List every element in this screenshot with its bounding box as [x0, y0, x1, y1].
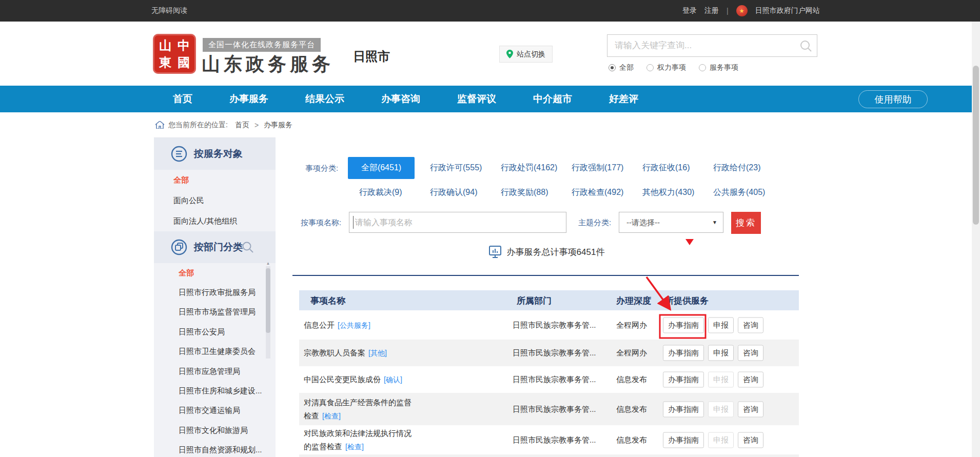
sidebar-header-title: 按部门分类	[194, 241, 243, 254]
site-header: 山 中 東 國 全国一体化在线政务服务平台 山东政务服务 日照市 站点切换 全部…	[0, 22, 980, 86]
sidebar-item-legal-persons[interactable]: 面向法人/其他组织	[154, 211, 276, 231]
help-button[interactable]: 使用帮助	[858, 90, 928, 108]
category-levy[interactable]: 行政征收(16)	[642, 163, 713, 173]
dept-item-all[interactable]: 全部	[154, 263, 276, 283]
item-tag-link[interactable]: [检查]	[322, 412, 341, 420]
topbar-right-group: 登录 注册 | ★ 日照市政府门户网站	[682, 0, 820, 22]
guide-button[interactable]: 办事指南	[663, 317, 704, 333]
category-all[interactable]: 全部(6451)	[359, 157, 430, 179]
item-name-link[interactable]: 宗教教职人员备案	[304, 348, 365, 357]
platform-tagline: 全国一体化在线政务服务平台	[203, 38, 321, 52]
radio-label: 全部	[619, 63, 634, 72]
search-button[interactable]: 搜索	[731, 212, 761, 234]
guide-button[interactable]: 办事指南	[663, 345, 704, 361]
category-row-2: 行政裁决(9) 行政确认(94) 行政奖励(88) 行政检查(492) 其他权力…	[359, 187, 784, 198]
nav-item-services[interactable]: 办事服务	[229, 92, 268, 106]
radio-service-items[interactable]: 服务事项	[699, 63, 738, 72]
breadcrumb-prefix: 您当前所在的位置:	[168, 121, 228, 130]
item-name-link[interactable]: 中国公民变更民族成份	[304, 375, 381, 384]
consult-button[interactable]: 咨询	[738, 372, 763, 388]
guide-button[interactable]: 办事指南	[663, 372, 704, 388]
consult-button[interactable]: 咨询	[738, 401, 763, 417]
nav-item-results[interactable]: 结果公示	[305, 92, 344, 106]
search-scope-options: 全部 权力事项 服务事项	[609, 63, 738, 72]
apply-button[interactable]: 申报	[708, 345, 734, 361]
dept-item[interactable]: 日照市公安局	[154, 322, 276, 342]
service-buttons: 办事指南 申报 咨询	[663, 372, 763, 388]
category-license[interactable]: 行政许可(555)	[430, 163, 501, 173]
sidebar-item-all-objects[interactable]: 全部	[154, 170, 276, 190]
category-coercion[interactable]: 行政强制(177)	[572, 163, 642, 173]
category-other-power[interactable]: 其他权力(430)	[642, 187, 713, 198]
register-link[interactable]: 注册	[704, 6, 719, 15]
item-name-input[interactable]	[349, 212, 566, 232]
nav-item-home[interactable]: 首页	[173, 92, 192, 106]
apply-button-disabled: 申报	[708, 372, 734, 388]
accessibility-link[interactable]: 无障碍阅读	[151, 6, 187, 15]
breadcrumb-home-link[interactable]: 首页	[235, 121, 249, 130]
page-scrollbar-thumb[interactable]	[973, 66, 979, 225]
item-department: 日照市民族宗教事务管...	[513, 404, 596, 414]
chart-monitor-icon	[488, 245, 502, 259]
category-public-service[interactable]: 公共服务(405)	[713, 187, 784, 198]
left-sidebar: 按服务对象 全部 面向公民 面向法人/其他组织 按部门分类 全部 日照市行政审批…	[154, 137, 276, 457]
consult-button[interactable]: 咨询	[738, 432, 763, 448]
category-confirmation[interactable]: 行政确认(94)	[430, 187, 501, 198]
radio-power-items[interactable]: 权力事项	[646, 63, 686, 72]
radio-all[interactable]: 全部	[609, 63, 634, 72]
topic-select[interactable]: --请选择-- ▼	[619, 212, 723, 233]
consult-button[interactable]: 咨询	[738, 317, 763, 333]
item-tag-link[interactable]: [确认]	[384, 375, 402, 384]
item-department: 日照市民族宗教事务管...	[513, 375, 596, 385]
nav-item-consult[interactable]: 办事咨询	[381, 92, 420, 106]
dept-item[interactable]: 日照市文化和旅游局	[154, 421, 276, 440]
item-tag-link[interactable]: [其他]	[368, 349, 387, 357]
category-payment[interactable]: 行政给付(23)	[713, 163, 784, 173]
guide-button[interactable]: 办事指南	[663, 432, 704, 448]
nav-item-rating[interactable]: 好差评	[609, 92, 638, 106]
top-utility-bar: 无障碍阅读 登录 注册 | ★ 日照市政府门户网站	[0, 0, 980, 22]
apply-button[interactable]: 申报	[708, 317, 734, 333]
dept-item[interactable]: 日照市住房和城乡建设...	[154, 381, 276, 401]
login-link[interactable]: 登录	[682, 6, 697, 15]
dept-item[interactable]: 日照市市场监督管理局	[154, 303, 276, 322]
keyword-search-input[interactable]	[607, 35, 817, 56]
breadcrumb: 您当前所在的位置: 首页 > 办事服务	[0, 112, 980, 137]
item-name-link[interactable]: 对清真食品生产经营条件的监督检查	[304, 398, 411, 420]
item-name-cell: 中国公民变更民族成份[确认]	[304, 373, 416, 386]
sidebar-header-title: 按服务对象	[194, 147, 243, 161]
item-tag-link[interactable]: [公共服务]	[338, 321, 370, 329]
dept-item[interactable]: 日照市自然资源和规划...	[154, 441, 276, 457]
item-tag-link[interactable]: [检查]	[345, 443, 364, 451]
guide-button[interactable]: 办事指南	[663, 401, 704, 417]
item-name-cell: 宗教教职人员备案[其他]	[304, 346, 416, 360]
category-reward[interactable]: 行政奖励(88)	[501, 187, 572, 198]
item-depth: 信息发布	[616, 404, 647, 414]
dept-item[interactable]: 日照市交通运输局	[154, 401, 276, 421]
sidebar-item-citizens[interactable]: 面向公民	[154, 190, 276, 211]
nav-item-supervision[interactable]: 监督评议	[457, 92, 496, 106]
main-content: 事项分类: 全部(6451) 行政许可(555) 行政处罚(4162) 行政强制…	[292, 137, 800, 457]
item-name-cell: 信息公开[公共服务]	[304, 319, 416, 332]
sidebar-scroll-up-icon[interactable]: ▲	[266, 261, 270, 266]
department-search-icon[interactable]	[242, 241, 254, 253]
shandong-seal-logo: 山 中 東 國	[153, 34, 196, 74]
search-icon[interactable]	[799, 39, 813, 53]
item-depth: 全程网办	[616, 320, 647, 330]
sidebar-header-department: 按部门分类	[154, 231, 276, 263]
category-ruling[interactable]: 行政裁决(9)	[359, 187, 430, 198]
dept-item[interactable]: 日照市行政审批服务局	[154, 283, 276, 302]
dept-item[interactable]: 日照市应急管理局	[154, 362, 276, 381]
sidebar-scrollbar-thumb[interactable]	[266, 268, 270, 333]
category-penalty[interactable]: 行政处罚(4162)	[501, 163, 572, 173]
dept-item[interactable]: 日照市卫生健康委员会	[154, 342, 276, 362]
service-object-icon	[171, 146, 187, 162]
category-inspection[interactable]: 行政检查(492)	[572, 187, 642, 198]
item-name-cell: 对民族政策和法律法规执行情况的监督检查[检查]	[304, 427, 416, 453]
item-name-link[interactable]: 信息公开	[304, 321, 335, 329]
consult-button[interactable]: 咨询	[738, 345, 763, 361]
breadcrumb-current[interactable]: 办事服务	[264, 121, 292, 130]
nav-item-intermediary[interactable]: 中介超市	[533, 92, 572, 106]
site-switch-button[interactable]: 站点切换	[499, 46, 553, 63]
portal-link[interactable]: 日照市政府门户网站	[755, 6, 820, 15]
